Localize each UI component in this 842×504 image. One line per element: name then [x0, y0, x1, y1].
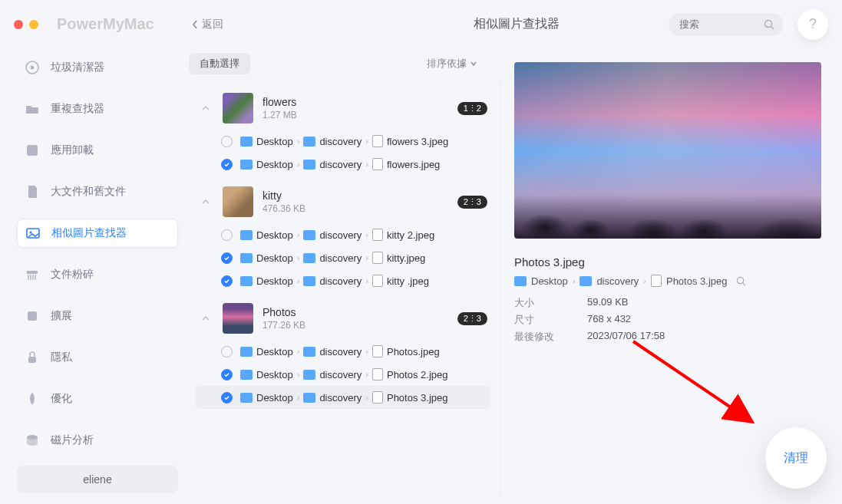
list-toolbar: 自動選擇 排序依據: [189, 53, 500, 82]
svg-point-6: [29, 231, 31, 233]
chevron-up-icon[interactable]: [198, 315, 213, 322]
sidebar-item-disk-analyze[interactable]: 磁片分析: [17, 426, 178, 455]
checkbox-checked[interactable]: [221, 392, 233, 404]
file-row[interactable]: Desktop›discovery›flowers.jpeg: [195, 153, 490, 176]
title-bar: PowerMyMac 返回 相似圖片查找器 ?: [0, 0, 842, 48]
page-title: 相似圖片查找器: [474, 16, 560, 32]
checkbox[interactable]: [221, 136, 233, 147]
sidebar-item-app-uninstall[interactable]: 應用卸載: [17, 136, 178, 165]
user-name: eliene: [83, 473, 111, 486]
result-list-panel: 自動選擇 排序依據 flowers 1.27 MB 1⋮2 Desktop›di…: [189, 48, 500, 504]
group-size: 177.26 KB: [263, 320, 305, 331]
puzzle-icon: [25, 308, 40, 324]
sidebar-item-label: 文件粉碎: [51, 268, 94, 282]
meta-label-size: 大小: [514, 296, 587, 310]
file-row[interactable]: Desktop›discovery›kitty 2.jpeg: [195, 223, 490, 246]
file-name: flowers.jpeg: [387, 159, 440, 170]
checkbox-checked[interactable]: [221, 275, 233, 287]
folder-icon: [303, 253, 315, 263]
folder-icon: [303, 347, 315, 357]
clean-button[interactable]: 清理: [765, 427, 827, 489]
folder-icon: [240, 347, 253, 357]
svg-point-0: [765, 20, 772, 27]
svg-rect-4: [27, 145, 38, 156]
sidebar-item-duplicate-finder[interactable]: 重複查找器: [17, 94, 178, 124]
file-name: Photos 3.jpeg: [387, 392, 448, 404]
file-row[interactable]: Desktop›discovery›kitty.jpeg: [195, 246, 490, 269]
folder-icon: [303, 393, 315, 403]
meta-value-size: 59.09 KB: [587, 296, 827, 310]
sidebar-item-label: 優化: [51, 392, 72, 406]
sidebar-item-optimize[interactable]: 優化: [17, 384, 178, 413]
user-chip[interactable]: eliene: [17, 466, 178, 493]
auto-select-button[interactable]: 自動選擇: [189, 53, 250, 74]
svg-point-3: [31, 66, 35, 70]
folder-icon: [303, 230, 315, 240]
checkbox[interactable]: [221, 346, 233, 357]
group-name: Photos: [263, 306, 305, 318]
file-row[interactable]: Desktop›discovery›Photos 2.jpeg: [195, 363, 490, 386]
preview-metadata: 大小 59.09 KB 尺寸 768 x 432 最後修改 2023/07/06…: [514, 296, 827, 344]
file-icon: [372, 345, 383, 357]
checkbox-checked[interactable]: [221, 159, 233, 170]
group-header[interactable]: flowers 1.27 MB 1⋮2: [189, 82, 497, 130]
file-name: Photos 2.jpeg: [387, 369, 448, 380]
sidebar-item-similar-images[interactable]: 相似圖片查找器: [17, 219, 178, 248]
svg-line-16: [743, 282, 745, 285]
window-controls: [14, 20, 38, 29]
help-button[interactable]: ?: [797, 9, 828, 40]
sidebar-item-large-old-files[interactable]: 大文件和舊文件: [17, 177, 178, 206]
sidebar-item-extensions[interactable]: 擴展: [17, 301, 178, 331]
checkbox[interactable]: [221, 229, 233, 241]
folder-icon: [303, 160, 315, 170]
question-icon: ?: [809, 16, 817, 32]
minimize-window-button[interactable]: [29, 20, 38, 29]
sidebar-item-label: 垃圾清潔器: [51, 61, 104, 74]
preview-image: [514, 62, 821, 239]
chevron-up-icon[interactable]: [198, 104, 213, 112]
group-thumbnail: [223, 186, 253, 217]
folder-icon: [240, 370, 253, 380]
group-header[interactable]: kitty 476.36 KB 2⋮3: [189, 176, 497, 223]
file-row[interactable]: Desktop›discovery›Photos.jpeg: [195, 340, 490, 363]
rocket-icon: [25, 391, 40, 407]
sidebar: 垃圾清潔器 重複查找器 應用卸載 大文件和舊文件 相似圖片查找器 文件粉碎: [0, 48, 189, 504]
file-icon: [25, 184, 40, 199]
result-list[interactable]: flowers 1.27 MB 1⋮2 Desktop›discovery›fl…: [189, 82, 500, 496]
file-row[interactable]: Desktop›discovery›kitty .jpeg: [195, 269, 490, 292]
magnify-icon[interactable]: [736, 276, 746, 286]
folder-icon: [240, 276, 253, 286]
group-header[interactable]: Photos 177.26 KB 2⋮3: [189, 292, 497, 340]
folder-icon: [240, 230, 253, 240]
sidebar-item-trash-cleaner[interactable]: 垃圾清潔器: [17, 53, 178, 82]
clean-label: 清理: [784, 450, 808, 466]
file-row-selected[interactable]: Desktop›discovery›Photos 3.jpeg: [195, 386, 490, 409]
count-badge: 2⋮3: [457, 312, 487, 325]
sort-dropdown[interactable]: 排序依據: [427, 57, 477, 71]
sidebar-item-label: 應用卸載: [51, 143, 94, 157]
sort-label: 排序依據: [427, 57, 467, 71]
file-icon: [651, 275, 662, 287]
close-window-button[interactable]: [14, 20, 23, 29]
sidebar-item-shredder[interactable]: 文件粉碎: [17, 260, 178, 289]
checkbox-checked[interactable]: [221, 369, 233, 380]
group-size: 1.27 MB: [263, 110, 297, 120]
checkbox-checked[interactable]: [221, 252, 233, 264]
chevron-up-icon[interactable]: [198, 198, 213, 206]
count-badge: 1⋮2: [457, 102, 487, 115]
file-icon: [372, 275, 383, 287]
sidebar-item-label: 相似圖片查找器: [51, 226, 127, 240]
sidebar-item-privacy[interactable]: 隱私: [17, 343, 178, 372]
search-icon: [764, 19, 774, 30]
file-icon: [372, 252, 383, 264]
file-icon: [372, 391, 383, 404]
disk-icon: [25, 433, 40, 448]
back-button[interactable]: 返回: [191, 18, 223, 31]
file-icon: [372, 368, 383, 380]
file-name: flowers 3.jpeg: [387, 136, 448, 147]
svg-rect-7: [27, 271, 38, 274]
meta-value-mod: 2023/07/06 17:58: [587, 330, 827, 344]
meta-value-dim: 768 x 432: [587, 313, 827, 327]
file-row[interactable]: Desktop›discovery›flowers 3.jpeg: [195, 130, 490, 153]
search-field[interactable]: [669, 13, 784, 36]
